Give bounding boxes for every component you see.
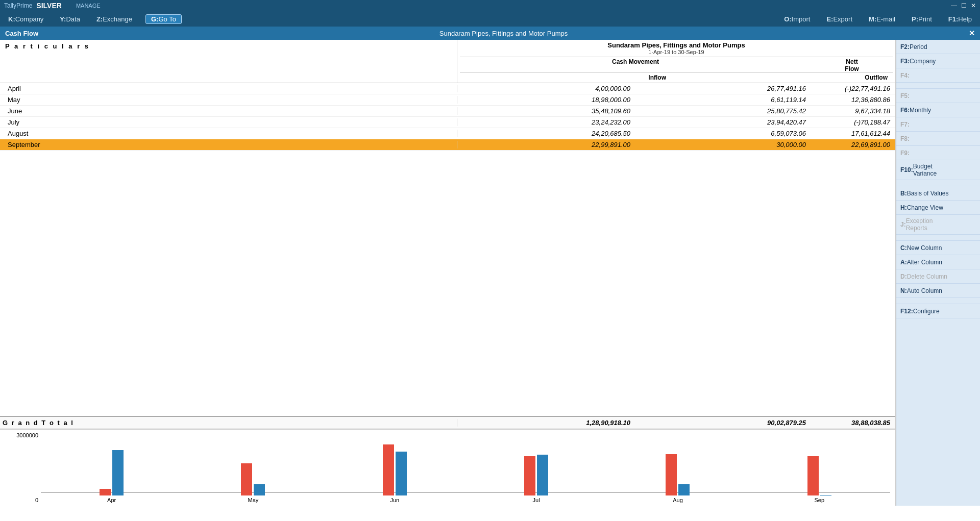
row-month: April	[0, 85, 457, 92]
menu-item-data[interactable]: Y:Data	[57, 14, 83, 24]
panel-item-n[interactable]: N: Auto Column	[896, 284, 980, 298]
minimize-btn[interactable]: —	[951, 2, 957, 9]
grand-nett: 38,88,038.85	[811, 419, 893, 427]
menu-bar: K:Company Y:Data Z:Exchange G:Go To O:Im…	[0, 11, 980, 27]
panel-item-f5: F5:	[896, 89, 980, 103]
row-outflow: 30,000.00	[635, 141, 811, 148]
report-header-right: Sundaram Pipes, Fittings and Motor Pumps…	[457, 40, 895, 83]
panel-label: Budget Variance	[913, 163, 937, 177]
panel-spacer	[896, 235, 980, 241]
panel-item-f2[interactable]: F2: Period	[896, 40, 980, 54]
maximize-btn[interactable]: ☐	[961, 2, 967, 9]
panel-key: F3:	[900, 58, 910, 65]
panel-item-a[interactable]: A: Alter Column	[896, 255, 980, 269]
panel-key: B:	[900, 190, 907, 197]
row-month: August	[0, 130, 457, 137]
menu-item-help[interactable]: F1:Help	[945, 14, 975, 24]
inflow-col-header: Inflow	[460, 74, 681, 81]
window-title: Cash Flow	[5, 30, 38, 37]
panel-label: Configure	[913, 308, 940, 315]
row-month: May	[0, 96, 457, 104]
bar-inflow	[524, 456, 535, 495]
main-layout: P a r t i c u l a r s Sundaram Pipes, Fi…	[0, 40, 980, 506]
report-header: P a r t i c u l a r s Sundaram Pipes, Fi…	[0, 40, 895, 83]
menu-item-goto[interactable]: G:Go To	[145, 14, 182, 24]
panel-label: Auto Column	[907, 287, 942, 294]
bar-inflow	[807, 456, 819, 495]
panel-key: N:	[900, 287, 907, 294]
menu-item-import[interactable]: O:Import	[781, 14, 813, 24]
menu-item-exchange[interactable]: Z:Exchange	[93, 14, 135, 24]
panel-item-b[interactable]: B: Basis of Values	[896, 186, 980, 201]
menu-item-export[interactable]: E:Export	[823, 14, 855, 24]
y-label-bot: 0	[35, 497, 38, 503]
panel-label: Monthly	[910, 107, 931, 114]
row-inflow: 35,48,109.60	[460, 107, 635, 115]
window-close-btn[interactable]: ✕	[971, 2, 976, 9]
row-nett: 9,67,334.18	[811, 107, 893, 115]
table-row[interactable]: July 23,24,232.00 23,94,420.47 (-)70,188…	[0, 117, 895, 128]
grand-total-data: 1,28,90,918.10 90,02,879.25 38,88,038.85	[457, 419, 895, 427]
chart-x-label: Jul	[533, 497, 540, 503]
chart-group: May	[182, 444, 324, 503]
panel-spacer	[896, 298, 980, 304]
panel-item-f12[interactable]: F12: Configure	[896, 304, 980, 318]
chart-area: 3000000 0 Apr May Jun	[0, 429, 895, 506]
panel-key: H:	[900, 204, 907, 211]
y-label-top: 3000000	[16, 432, 38, 438]
row-month: September	[0, 141, 457, 148]
manage-label: MANAGE	[76, 3, 101, 9]
window-company: Sundaram Pipes, Fittings and Motor Pumps	[439, 30, 568, 37]
chart-group: Sep	[749, 444, 890, 503]
panel-item-f6[interactable]: F6: Monthly	[896, 103, 980, 117]
panel-spacer	[896, 180, 980, 186]
outflow-col-header: Outflow	[681, 74, 893, 81]
panel-label: New Column	[907, 244, 942, 252]
chart-group: Aug	[607, 444, 748, 503]
cash-movement-col-group: Cash Movement	[460, 58, 811, 72]
table-row[interactable]: August 24,20,685.50 6,59,073.06 17,61,61…	[0, 128, 895, 139]
menu-item-email[interactable]: M:E-mail	[866, 14, 898, 24]
table-row[interactable]: April 4,00,000.00 26,77,491.16 (-)22,77,…	[0, 83, 895, 94]
window-close-icon[interactable]: ✕	[969, 29, 975, 37]
row-data: 18,98,000.00 6,61,119.14 12,36,880.86	[457, 96, 895, 104]
panel-item-c[interactable]: C: New Column	[896, 241, 980, 255]
table-row[interactable]: September 22,99,891.00 30,000.00 22,69,8…	[0, 139, 895, 151]
table-row[interactable]: May 18,98,000.00 6,61,119.14 12,36,880.8…	[0, 94, 895, 106]
row-month: June	[0, 107, 457, 115]
panel-item-f9: F9:	[896, 146, 980, 160]
right-panel: F2: PeriodF3: CompanyF4: F5: F6: Monthly…	[896, 40, 980, 506]
row-inflow: 24,20,685.50	[460, 130, 635, 137]
panel-label: Alter Column	[907, 259, 942, 266]
panel-key: A:	[900, 259, 907, 266]
grand-total-label: G r a n d T o t a l	[0, 419, 457, 427]
bar-inflow	[100, 489, 111, 495]
panel-label: Period	[910, 43, 927, 51]
bar-inflow	[383, 444, 394, 495]
panel-item-h[interactable]: H: Change View	[896, 201, 980, 215]
bar-outflow	[537, 455, 548, 495]
bar-outflow	[396, 452, 407, 495]
panel-key: F9:	[900, 150, 910, 157]
app-name: TallyPrime	[4, 2, 32, 9]
panel-key: F12:	[900, 308, 913, 315]
panel-key: F5:	[900, 92, 910, 100]
bar-inflow	[666, 454, 677, 495]
title-bar: TallyPrime SILVER MANAGE — ☐ ✕	[0, 0, 980, 11]
chart-bars	[100, 444, 124, 495]
table-row[interactable]: June 35,48,109.60 25,80,775.42 9,67,334.…	[0, 106, 895, 117]
menu-item-print[interactable]: P:Print	[909, 14, 935, 24]
grand-inflow: 1,28,90,918.10	[460, 419, 635, 427]
menu-item-company[interactable]: K:Company	[5, 14, 46, 24]
panel-item-f10[interactable]: F10: Budget Variance	[896, 160, 980, 180]
chart-x-label: May	[248, 497, 259, 503]
row-data: 4,00,000.00 26,77,491.16 (-)22,77,491.16	[457, 85, 895, 92]
row-data: 24,20,685.50 6,59,073.06 17,61,612.44	[457, 130, 895, 137]
panel-item-f3[interactable]: F3: Company	[896, 54, 980, 68]
panel-label: Delete Column	[907, 273, 947, 280]
row-outflow: 23,94,420.47	[635, 118, 811, 126]
chart-y-axis: 3000000 0	[5, 432, 41, 503]
bar-inflow	[241, 463, 252, 495]
grand-total-row: G r a n d T o t a l 1,28,90,918.10 90,02…	[0, 416, 895, 429]
row-outflow: 26,77,491.16	[635, 85, 811, 92]
